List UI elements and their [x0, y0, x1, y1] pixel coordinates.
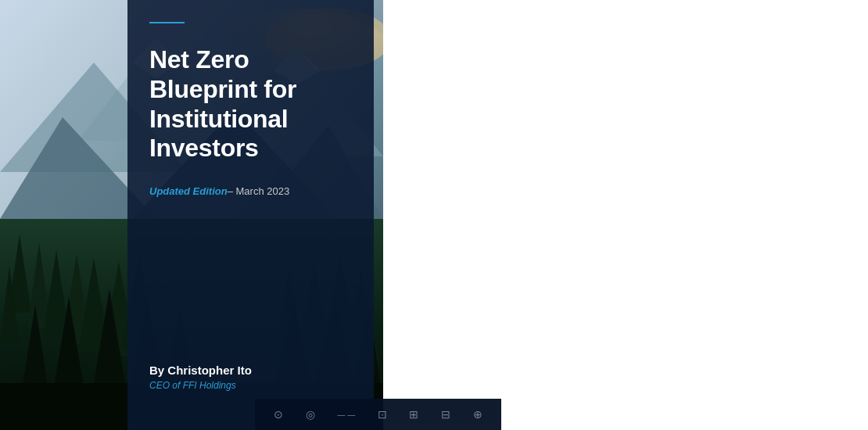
- toolbar-icon-2[interactable]: ◎: [306, 408, 315, 421]
- edition-updated-label: Updated Edition: [149, 185, 228, 197]
- toolbar-icon-3: — —: [337, 410, 355, 419]
- content-panel: Net Zero Blueprint for Institutional Inv…: [127, 0, 374, 430]
- main-title: Net Zero Blueprint for Institutional Inv…: [149, 45, 352, 163]
- toolbar-icon-1[interactable]: ⊙: [274, 408, 283, 421]
- bottom-toolbar: ⊙ ◎ — — ⊡ ⊞ ⊟ ⊕: [255, 399, 501, 430]
- toolbar-icon-6[interactable]: ⊟: [441, 408, 450, 421]
- accent-line: [149, 22, 185, 23]
- right-content-area: [383, 0, 868, 430]
- toolbar-icon-4[interactable]: ⊡: [378, 408, 387, 421]
- edition-date: – March 2023: [228, 185, 290, 197]
- toolbar-icon-5[interactable]: ⊞: [409, 408, 418, 421]
- author-title: CEO of FFI Holdings: [149, 380, 352, 391]
- toolbar-icon-7[interactable]: ⊕: [473, 408, 482, 421]
- edition-row: Updated Edition – March 2023: [149, 185, 352, 197]
- author-byline: By Christopher Ito: [149, 364, 352, 377]
- page-container: Net Zero Blueprint for Institutional Inv…: [0, 0, 868, 430]
